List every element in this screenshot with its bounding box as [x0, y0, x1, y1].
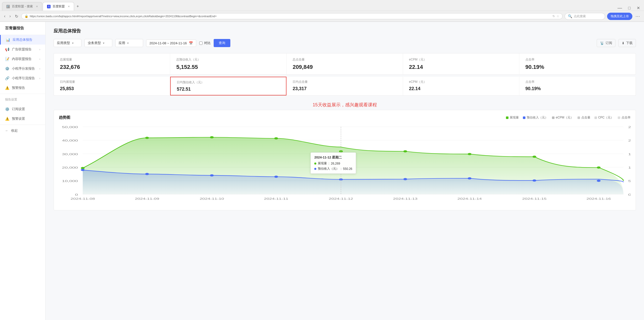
more-options-button[interactable]: ⋯: [634, 12, 641, 20]
income-dot-3: [274, 176, 278, 178]
tab-close-baidu[interactable]: ✕: [68, 5, 70, 8]
stat-label-avg-ecpm: eCPM（元）: [409, 80, 513, 84]
new-tab-button[interactable]: +: [75, 2, 81, 11]
svg-text:2024-11-11: 2024-11-11: [264, 197, 288, 200]
chart-section: 趋势图 展现量 预估收入（元） eCPM（元）: [54, 110, 636, 210]
sidebar-divider: [0, 94, 45, 94]
sidebar-icon-mini-flow: 🔗: [5, 76, 9, 80]
sidebar-label-report-settings: 报告设置: [5, 97, 17, 102]
sidebar-section-report-settings[interactable]: 报告设置: [0, 95, 45, 104]
sidebar-icon-ad-report: 📢: [5, 47, 9, 51]
svg-text:2024-11-13: 2024-11-13: [393, 197, 417, 200]
stat-total-clicks: 总点击量 209,849: [286, 53, 403, 74]
stat-click-ratio: 点击率 90.19%: [519, 53, 636, 74]
tab-close-search[interactable]: ✕: [36, 5, 38, 8]
sidebar-item-collapse[interactable]: ← 收起: [0, 126, 45, 135]
legend-clicks: 点击量: [578, 115, 590, 120]
tab-baidu[interactable]: 百 百度联盟 ✕: [43, 2, 74, 11]
subscribe-button[interactable]: 📡 订阅: [597, 39, 615, 47]
legend-cpc: CPC（元）: [594, 115, 614, 120]
app-type-filter[interactable]: 应用类型 ▼: [54, 39, 81, 47]
sidebar-arrow-ad-report: ›: [39, 48, 40, 51]
sidebar-arrow-mini-report: ›: [39, 67, 40, 70]
sidebar-item-app-report[interactable]: 📊 应用总体报告: [0, 35, 45, 45]
chart-title: 趋势图: [59, 115, 70, 120]
views-dot-2: [210, 136, 214, 138]
svg-text:20,000: 20,000: [62, 166, 78, 169]
stat-label-total-income: 总预估收入（元）: [176, 57, 280, 62]
page-title: 应用总体报告: [54, 28, 636, 34]
back-button[interactable]: ‹: [3, 13, 6, 19]
star-icon[interactable]: ☆: [557, 14, 559, 18]
chart-container: 50,000 40,000 30,000 20,000 10,000 0 2,5…: [59, 124, 631, 205]
income-dot-8: [597, 180, 601, 182]
app-layout: 百青藤报告 📊 应用总体报告 📢 广告联盟报告 › 📝 内容联盟报告 › ⚙️ …: [0, 22, 644, 320]
tab-search[interactable]: 🔍 百度联盟 - 搜索 ✕: [2, 2, 42, 11]
close-icon[interactable]: ✕: [635, 6, 642, 10]
stat-value-total-views: 232,676: [60, 64, 164, 70]
annotation-text: 15天收益展示，感兴趣观看课程: [54, 102, 636, 108]
stat-label-ecpm: eCPM（元）: [409, 57, 513, 62]
search-box[interactable]: 🔍 点此搜索: [565, 13, 605, 20]
income-dot-1: [145, 173, 149, 175]
svg-text:500.00: 500.00: [628, 179, 631, 183]
stat-value-avg-ecpm: 22.14: [409, 86, 513, 91]
stat-label-avg-clicks: 日均点击量: [293, 80, 396, 84]
upload-button[interactable]: 拖拽至此上传: [607, 13, 632, 20]
sidebar-item-mini-report[interactable]: ⚙️ 小程序分发报告 ›: [0, 64, 45, 73]
sidebar-label-alert-report: 预警报告: [12, 86, 25, 90]
stat-label-total-clicks: 总点击量: [293, 57, 396, 62]
address-bar: ‹ › ↻ 🔒 https://union.baidu.com/bqt/appc…: [0, 11, 644, 22]
sidebar-item-content-report[interactable]: 📝 内容联盟报告 ›: [0, 54, 45, 64]
query-button[interactable]: 查询: [214, 39, 230, 47]
date-range-picker[interactable]: 2024-11-08 ~ 2024-11-16 📅: [146, 39, 196, 47]
income-dot-0: [81, 169, 85, 171]
svg-text:40,000: 40,000: [62, 139, 78, 142]
income-dot-5: [403, 178, 407, 180]
stat-value-avg-clicks: 23,317: [293, 86, 396, 91]
svg-text:2024-11-09: 2024-11-09: [135, 197, 159, 200]
tab-label-baidu: 百度联盟: [53, 4, 65, 9]
sidebar-label-mini-report: 小程序分发报告: [12, 66, 35, 71]
svg-text:2024-11-14: 2024-11-14: [457, 197, 482, 200]
biz-type-filter[interactable]: 业务类型 ▼: [84, 39, 112, 47]
legend-dot-click-rate: [618, 116, 620, 119]
compare-checkbox[interactable]: 对比: [199, 41, 211, 45]
legend-dot-cpc: [594, 116, 597, 119]
stat-avg-ecpm: eCPM（元） 22.14: [403, 77, 519, 95]
stat-avg-income: 日均预估收入（元） 572.51: [170, 77, 286, 95]
maximize-icon[interactable]: □: [626, 6, 633, 10]
sidebar-label-warning-settings: 预警设置: [12, 116, 25, 121]
legend-click-rate: 点击率: [618, 115, 631, 120]
minimize-icon[interactable]: —: [615, 5, 624, 11]
legend-ecpm: eCPM（元）: [552, 115, 573, 120]
chart-legend: 展现量 预估收入（元） eCPM（元） 点击量: [506, 115, 631, 120]
legend-label-click-rate: 点击率: [621, 115, 631, 120]
url-text: https://union.baidu.com/bqt/appco.html#/…: [30, 15, 551, 18]
sidebar-item-alert-report[interactable]: ⚠️ 预警报告: [0, 83, 45, 93]
forward-button[interactable]: ›: [8, 13, 12, 19]
reload-icon[interactable]: ↻: [552, 14, 555, 18]
legend-label-ecpm: eCPM（元）: [556, 115, 573, 120]
biz-type-label: 业务类型: [88, 41, 101, 45]
sidebar-item-warning-settings[interactable]: ⚠️ 预警设置: [0, 114, 45, 124]
svg-text:1,000.00: 1,000.00: [628, 166, 631, 169]
legend-dot-clicks: [578, 116, 580, 119]
url-input[interactable]: 🔒 https://union.baidu.com/bqt/appco.html…: [21, 13, 563, 19]
search-icon: 🔍: [568, 14, 572, 18]
sidebar-item-ad-report[interactable]: 📢 广告联盟报告 ›: [0, 45, 45, 54]
stat-label-avg-views: 日均展现量: [60, 80, 164, 84]
date-range-text: 2024-11-08 ~ 2024-11-16: [149, 41, 187, 45]
refresh-button[interactable]: ↻: [14, 13, 19, 20]
sidebar-icon-subscribe: ⚙️: [5, 107, 9, 111]
sidebar-item-mini-flow[interactable]: 🔗 小程序引流报告 ›: [0, 73, 45, 83]
download-button[interactable]: ⬇ 下载: [618, 39, 636, 47]
app-label: 应用: [119, 41, 125, 45]
legend-views: 展现量: [506, 115, 519, 120]
sidebar-item-subscribe-settings[interactable]: ⚙️ 订阅设置: [0, 104, 45, 114]
subscribe-icon: 📡: [600, 41, 604, 45]
compare-input[interactable]: [199, 42, 203, 45]
action-buttons: 📡 订阅 ⬇ 下载: [597, 39, 636, 47]
app-filter[interactable]: 应用 ▼: [115, 39, 143, 47]
legend-dot-views: [506, 116, 508, 119]
